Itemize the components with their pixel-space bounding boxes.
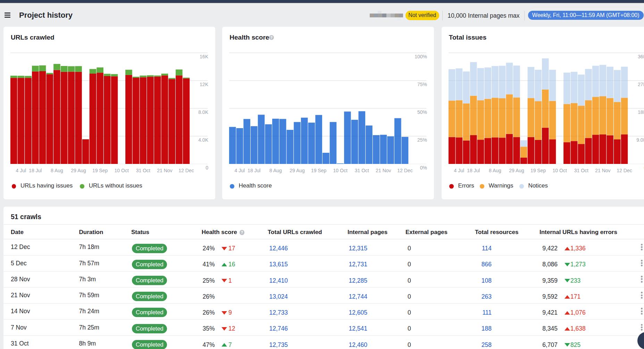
svg-text:29 Aug: 29 Aug xyxy=(509,168,524,173)
svg-text:12K: 12K xyxy=(200,82,209,87)
svg-text:31 Oct: 31 Oct xyxy=(355,168,369,173)
svg-text:27K: 27K xyxy=(638,82,644,87)
svg-text:18 Jul: 18 Jul xyxy=(248,168,260,173)
svg-text:12 Dec: 12 Dec xyxy=(398,168,413,173)
svg-text:18 Jul: 18 Jul xyxy=(467,168,480,173)
svg-text:19 Sep: 19 Sep xyxy=(92,168,108,173)
svg-text:18K: 18K xyxy=(638,109,644,115)
svg-text:25%: 25% xyxy=(417,137,427,143)
svg-text:31 Oct: 31 Oct xyxy=(574,168,588,173)
svg-text:10 Oct: 10 Oct xyxy=(115,168,129,173)
svg-text:10 Oct: 10 Oct xyxy=(333,168,348,173)
svg-text:19 Sep: 19 Sep xyxy=(311,168,327,173)
svg-text:21 Nov: 21 Nov xyxy=(376,168,391,173)
svg-text:12 Dec: 12 Dec xyxy=(178,168,194,173)
svg-text:19 Sep: 19 Sep xyxy=(530,168,546,173)
svg-text:21 Nov: 21 Nov xyxy=(157,168,172,173)
svg-text:18 Jul: 18 Jul xyxy=(29,168,42,173)
svg-text:4 Jul: 4 Jul xyxy=(454,168,464,173)
svg-text:8.0K: 8.0K xyxy=(198,109,208,115)
svg-text:75%: 75% xyxy=(417,82,427,87)
svg-text:8 Aug: 8 Aug xyxy=(269,168,282,173)
svg-text:21 Nov: 21 Nov xyxy=(595,168,610,173)
svg-text:31 Oct: 31 Oct xyxy=(136,168,150,173)
svg-text:29 Aug: 29 Aug xyxy=(71,168,86,173)
svg-text:29 Aug: 29 Aug xyxy=(290,168,305,173)
svg-text:36K: 36K xyxy=(638,54,644,59)
svg-text:0: 0 xyxy=(206,165,208,171)
svg-text:4.0K: 4.0K xyxy=(198,137,208,143)
svg-text:9.0K: 9.0K xyxy=(636,137,644,143)
svg-text:4 Jul: 4 Jul xyxy=(235,168,245,173)
svg-text:4 Jul: 4 Jul xyxy=(16,168,26,173)
svg-text:100%: 100% xyxy=(415,54,427,59)
svg-text:0%: 0% xyxy=(420,165,427,171)
svg-text:10 Oct: 10 Oct xyxy=(552,168,567,173)
svg-text:8 Aug: 8 Aug xyxy=(489,168,501,173)
svg-text:8 Aug: 8 Aug xyxy=(51,168,63,173)
svg-text:50%: 50% xyxy=(417,109,427,115)
svg-text:16K: 16K xyxy=(200,54,209,59)
svg-text:12 Dec: 12 Dec xyxy=(617,168,632,173)
